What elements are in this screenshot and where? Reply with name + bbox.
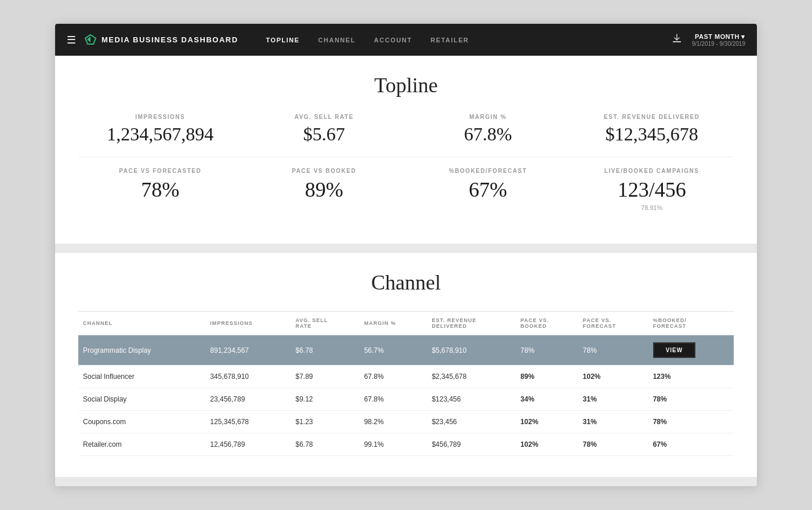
nav-account[interactable]: ACCOUNT [374, 37, 412, 44]
table-header-row: CHANNEL IMPRESSIONS AVG. SELLRATE MARGIN… [78, 312, 734, 335]
td-avg-sell-rate: $7.89 [291, 366, 360, 388]
avg-sell-rate-value: $5.67 [242, 124, 407, 145]
td-pace-forecast: 78% [578, 433, 648, 456]
td-channel: Retailer.com [78, 433, 205, 456]
metric-campaigns: LIVE/BOOKED CAMPAIGNS 123/456 78.91% [570, 168, 734, 211]
table-row: Retailer.com 12,456,789 $6.78 99.1% $456… [78, 433, 734, 456]
channel-title: Channel [78, 270, 734, 295]
metric-pace-forecast: PACE VS FORECASTED 78% [78, 168, 242, 211]
td-impressions: 125,345,678 [205, 411, 291, 433]
nav-links: TOPLINE CHANNEL ACCOUNT RETAILER [266, 37, 671, 44]
td-avg-sell-rate: $9.12 [291, 388, 360, 411]
td-pace-booked: 102% [516, 433, 578, 456]
td-channel: Programmatic Display [78, 335, 205, 366]
pace-forecast-label: PACE VS FORECASTED [78, 168, 242, 174]
td-margin: 67.8% [360, 388, 427, 411]
td-impressions: 12,456,789 [205, 433, 291, 456]
td-est-rev: $23,456 [427, 411, 516, 433]
est-revenue-label: EST. REVENUE DELIVERED [570, 114, 734, 120]
campaigns-value: 123/456 [570, 178, 734, 202]
channel-section: Channel CHANNEL IMPRESSIONS AVG. SELLRAT… [55, 253, 757, 477]
th-avg-sell-rate: AVG. SELLRATE [291, 312, 360, 335]
td-margin: 99.1% [360, 433, 427, 456]
td-channel: Social Influencer [78, 366, 205, 388]
table-row: Programmatic Display 891,234,567 $6.78 5… [78, 335, 734, 366]
avg-sell-rate-label: AVG. SELL RATE [242, 114, 407, 120]
td-pace-forecast: 31% [578, 388, 648, 411]
logo-icon [84, 34, 97, 46]
td-view-btn: VIEW [648, 335, 734, 366]
td-booked-forecast: 78% [648, 411, 734, 433]
table-row: Social Influencer 345,678,910 $7.89 67.8… [78, 366, 734, 388]
metric-margin: MARGIN % 67.8% [406, 114, 570, 145]
td-est-rev: $123,456 [427, 388, 516, 411]
booked-forecast-value: 67% [406, 178, 570, 202]
est-revenue-value: $12,345,678 [570, 124, 734, 145]
nav-channel[interactable]: CHANNEL [318, 37, 356, 44]
topline-metrics-row2: PACE VS FORECASTED 78% PACE VS BOOKED 89… [78, 168, 734, 211]
divider [78, 157, 734, 157]
impressions-label: IMPRESSIONS [78, 114, 242, 120]
td-pace-booked: 89% [516, 366, 578, 388]
pace-forecast-value: 78% [78, 178, 242, 202]
td-pace-forecast: 78% [578, 335, 648, 366]
td-margin: 56.7% [360, 335, 427, 366]
th-pace-forecast: PACE VS.FORECAST [578, 312, 648, 335]
app-container: ☰ MEDIA BUSINESS DASHBOARD TOPLINE CHANN… [55, 24, 757, 486]
metric-booked-forecast: %BOOKED/FORECAST 67% [406, 168, 570, 211]
th-booked-forecast: %BOOKED/FORECAST [648, 312, 734, 335]
td-impressions: 23,456,789 [205, 388, 291, 411]
th-impressions: IMPRESSIONS [205, 312, 291, 335]
pace-booked-value: 89% [242, 178, 407, 202]
table-row: Social Display 23,456,789 $9.12 67.8% $1… [78, 388, 734, 411]
channel-table: CHANNEL IMPRESSIONS AVG. SELLRATE MARGIN… [78, 311, 734, 456]
td-impressions: 891,234,567 [205, 335, 291, 366]
navbar: ☰ MEDIA BUSINESS DASHBOARD TOPLINE CHANN… [55, 24, 757, 56]
nav-topline[interactable]: TOPLINE [266, 37, 300, 44]
td-est-rev: $456,789 [427, 433, 516, 456]
date-range[interactable]: PAST MONTH ▾ 9/1/2019 - 9/30/2019 [692, 33, 745, 47]
td-booked-forecast: 123% [648, 366, 734, 388]
topline-section: Topline IMPRESSIONS 1,234,567,894 AVG. S… [55, 56, 757, 244]
topline-title: Topline [78, 73, 734, 97]
td-pace-booked: 102% [516, 411, 578, 433]
td-avg-sell-rate: $6.78 [291, 335, 360, 366]
svg-rect-2 [673, 41, 681, 42]
td-booked-forecast: 78% [648, 388, 734, 411]
date-sub: 9/1/2019 - 9/30/2019 [692, 41, 745, 47]
impressions-value: 1,234,567,894 [78, 124, 242, 145]
margin-value: 67.8% [406, 124, 570, 145]
view-button[interactable]: VIEW [653, 342, 696, 358]
td-margin: 98.2% [360, 411, 427, 433]
td-channel: Social Display [78, 388, 205, 411]
campaigns-sub: 78.91% [570, 204, 734, 211]
download-icon[interactable] [671, 32, 683, 47]
td-booked-forecast: 67% [648, 433, 734, 456]
td-est-rev: $5,678,910 [427, 335, 516, 366]
brand-name: MEDIA BUSINESS DASHBOARD [102, 35, 238, 44]
nav-retailer[interactable]: RETAILER [430, 37, 469, 44]
date-label: PAST MONTH ▾ [692, 33, 745, 41]
th-margin: MARGIN % [360, 312, 427, 335]
nav-logo: MEDIA BUSINESS DASHBOARD [84, 34, 238, 46]
td-avg-sell-rate: $6.78 [291, 433, 360, 456]
metric-impressions: IMPRESSIONS 1,234,567,894 [78, 114, 242, 145]
metric-pace-booked: PACE VS BOOKED 89% [242, 168, 407, 211]
td-impressions: 345,678,910 [205, 366, 291, 388]
campaigns-label: LIVE/BOOKED CAMPAIGNS [570, 168, 734, 174]
td-margin: 67.8% [360, 366, 427, 388]
td-est-rev: $2,345,678 [427, 366, 516, 388]
td-pace-forecast: 31% [578, 411, 648, 433]
pace-booked-label: PACE VS BOOKED [242, 168, 407, 174]
td-channel: Coupons.com [78, 411, 205, 433]
td-pace-forecast: 102% [578, 366, 648, 388]
th-channel: CHANNEL [78, 312, 205, 335]
metric-est-revenue: EST. REVENUE DELIVERED $12,345,678 [570, 114, 734, 145]
th-est-revenue: EST. REVENUEDELIVERED [427, 312, 516, 335]
hamburger-menu[interactable]: ☰ [67, 34, 76, 46]
metric-avg-sell-rate: AVG. SELL RATE $5.67 [242, 114, 407, 145]
booked-forecast-label: %BOOKED/FORECAST [406, 168, 570, 174]
td-pace-booked: 78% [516, 335, 578, 366]
nav-right: PAST MONTH ▾ 9/1/2019 - 9/30/2019 [671, 32, 745, 47]
td-pace-booked: 34% [516, 388, 578, 411]
